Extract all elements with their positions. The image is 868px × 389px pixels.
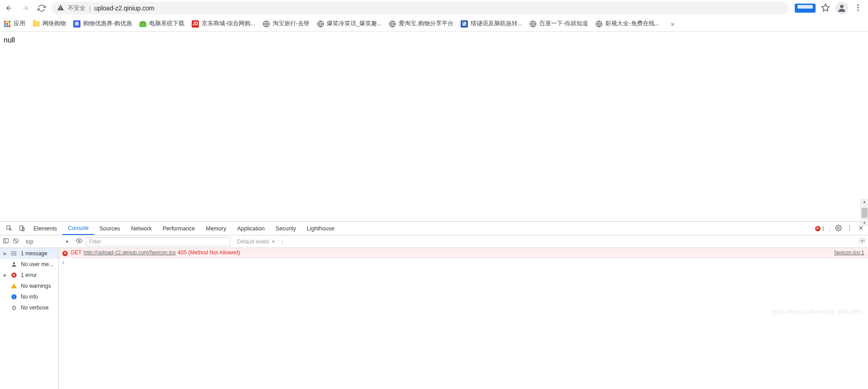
bookmark-item[interactable]: 网络购物 [33,20,66,28]
sidebar-row-errors[interactable]: ▶1 error [0,270,58,281]
user-icon [11,261,17,267]
devtools-menu-button[interactable] [846,225,853,233]
forward-button[interactable] [19,2,32,14]
log-levels-selector[interactable]: Default levels [234,239,278,245]
devtools-tab-elements[interactable]: Elements [28,222,62,235]
svg-point-3 [857,9,859,11]
bookmarks-bar: 应用 网络购物券购物优惠券-购优惠电脑系统下载JD京东商城-综合网购...淘宝旅… [0,16,868,32]
gear-icon [835,225,842,231]
arrow-left-icon [5,4,13,12]
bookmark-item[interactable]: 影视大全-免费在线... [595,20,659,28]
device-toggle-button[interactable] [15,225,28,232]
sidebar-row-info[interactable]: No info [0,291,58,302]
svg-point-21 [861,240,863,242]
clear-console-button[interactable] [13,238,19,245]
inspect-element-button[interactable] [3,225,15,232]
context-selector[interactable]: top [23,237,72,246]
context-value: top [26,239,33,245]
svg-point-12 [838,227,840,229]
svg-rect-31 [14,296,14,298]
warnings-label: No warnings [21,283,51,289]
url-separator: | [89,5,90,12]
list-icon [11,250,17,257]
insecure-label: 不安全 [68,4,85,12]
console-error-entry[interactable]: ✕ GET http://upload-z2.qiniup.com/favico… [59,248,868,258]
info-icon [11,294,17,300]
sidebar-icon [3,238,9,244]
devtools-tab-application[interactable]: Application [231,222,270,235]
bookmark-item[interactable]: 爱淘宝,购物分享平台 [389,20,453,28]
page-scrollbar[interactable]: ▲ ▼ [860,199,868,226]
bookmark-label: 百度一下-你就知道 [539,20,588,28]
verbose-label: No verbose [21,305,48,311]
bookmark-item[interactable]: 淘宝旅行-去呀 [263,20,310,28]
devtools-tab-security[interactable]: Security [270,222,302,235]
devtools-tab-sources[interactable]: Sources [94,222,126,235]
site-icon: 券 [73,20,80,28]
bookmarks-overflow[interactable]: » [666,20,679,28]
console-sidebar-toggle[interactable] [3,238,9,245]
error-count-badge[interactable]: ✕1 [815,226,825,231]
bookmark-label: 影视大全-免费在线... [605,20,659,28]
site-icon: JD [192,20,199,28]
filter-input[interactable]: Filter [86,237,231,246]
site-icon: 谜 [461,20,468,28]
sidebar-row-user[interactable]: No user me... [0,259,58,270]
error-icon [11,272,17,278]
reload-icon [38,4,46,12]
browser-toolbar: 不安全 | upload-z2.qiniup.com [0,0,868,16]
profile-avatar[interactable] [835,2,848,14]
console-settings-button[interactable] [859,238,865,245]
back-button[interactable] [3,2,15,14]
bookmark-item[interactable]: JD京东商城-综合网购... [192,20,255,28]
bookmark-item[interactable]: 券购物优惠券-购优惠 [73,20,132,28]
ladybug-icon [139,20,146,28]
page-body-text: null [4,36,15,44]
bookmark-label: 爆笑冷笑话_爆笑趣... [327,20,382,28]
console-prompt[interactable]: › [59,258,868,267]
inspect-icon [6,225,13,232]
user-icon [837,3,847,13]
bookmark-label: 购物优惠券-购优惠 [83,20,132,28]
insecure-icon [57,4,64,13]
log-url[interactable]: http://upload-z2.qiniup.com/favicon.ico [84,249,176,256]
address-bar[interactable]: 不安全 | upload-z2.qiniup.com [52,2,788,14]
browser-menu-button[interactable] [854,3,863,14]
svg-point-25 [12,252,12,252]
errors-label: 1 error [21,272,37,278]
sidebar-row-messages[interactable]: ▶1 message [0,248,58,259]
svg-line-19 [14,239,18,243]
devtools-settings-button[interactable] [835,225,842,233]
svg-point-20 [78,240,80,242]
apps-button[interactable]: 应用 [4,20,25,28]
sidebar-row-warnings[interactable]: No warnings [0,281,58,291]
chevron-right-icon: ▶ [4,273,7,277]
bookmark-label: 京东商城-综合网购... [202,20,255,28]
globe-icon [595,20,603,28]
extension-badge[interactable] [795,4,816,13]
apps-label: 应用 [14,20,25,28]
bookmark-star-button[interactable] [821,3,830,14]
globe-icon [317,20,324,28]
apps-icon [4,20,11,28]
reload-button[interactable] [35,2,48,14]
bookmark-item[interactable]: 百度一下-你就知道 [529,20,588,28]
console-toolbar: top Filter Default levels | [0,235,868,248]
bookmark-item[interactable]: 谜猜谜语及脑筋急转... [461,20,522,28]
devtools-tab-lighthouse[interactable]: Lighthouse [302,222,340,235]
bookmark-item[interactable]: 电脑系统下载 [139,20,184,28]
scrollbar-thumb[interactable] [862,208,868,218]
devtools-tab-console[interactable]: Console [62,222,94,235]
log-source[interactable]: favicon.ico:1 [834,249,864,256]
devtools-tab-memory[interactable]: Memory [200,222,231,235]
eye-icon [76,238,82,244]
live-expression-button[interactable] [76,238,82,245]
star-icon [821,3,830,12]
svg-point-2 [857,7,859,8]
devtools-tab-performance[interactable]: Performance [157,222,201,235]
globe-icon [529,20,537,28]
sidebar-row-verbose[interactable]: No verbose [0,302,58,313]
bookmark-item[interactable]: 爆笑冷笑话_爆笑趣... [317,20,382,28]
bookmark-label: 网络购物 [42,20,66,28]
devtools-tab-network[interactable]: Network [126,222,157,235]
